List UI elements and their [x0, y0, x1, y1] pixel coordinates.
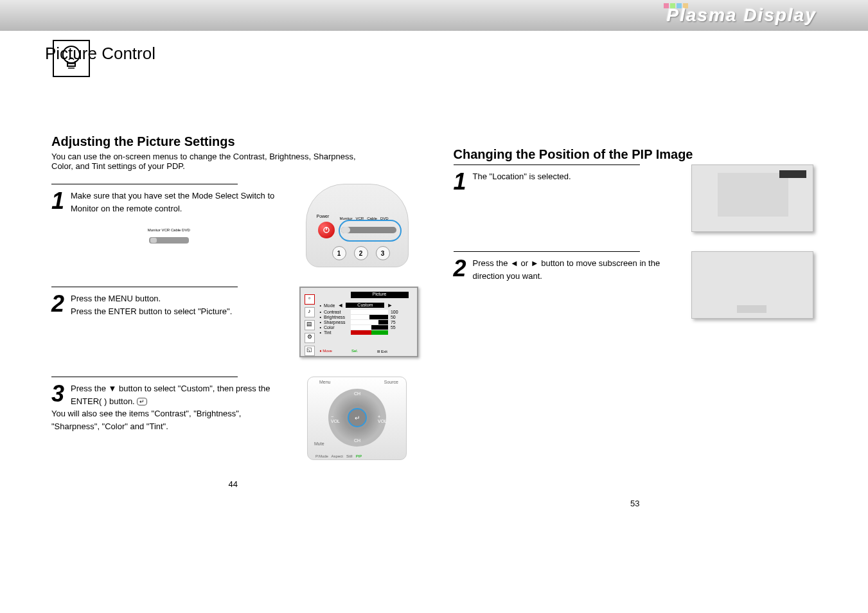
- number-buttons: 1 2 3: [332, 246, 390, 260]
- power-label: Power: [317, 214, 330, 218]
- ch-up: CH: [354, 391, 360, 396]
- osd-icon-pip: ◱: [305, 346, 315, 356]
- remote-nav-illustration: Menu Source ↵ CH CH −VOL +VOL Mute P.Mod…: [307, 377, 407, 460]
- num-2: 2: [354, 246, 368, 260]
- osd-icon-setup: ⚙: [305, 333, 315, 343]
- r-step2-body: Press the ◄ or ► button to move subscree…: [473, 258, 660, 281]
- power-button: [318, 222, 335, 238]
- step2-body-a: Press the MENU button.: [71, 294, 161, 303]
- mute-label: Mute: [314, 441, 324, 446]
- num-1: 1: [332, 246, 346, 260]
- adjusting-subtitle: You can use the on-screen menus to chang…: [51, 152, 415, 171]
- step3-body-a: Press the ▼ button to select "Custom", t…: [71, 384, 270, 406]
- osd-picture-menu: ▫ ♪ ▤ ⚙ ◱ Picture • Mode ◄ Custom ►: [299, 287, 418, 357]
- enter-button: ↵: [348, 408, 367, 427]
- tv-screen-step1: [691, 164, 813, 232]
- step1-number: 1: [51, 190, 64, 213]
- mode-slider-track: [341, 227, 396, 233]
- mini-mode-slider: [149, 237, 189, 244]
- num-3: 3: [376, 246, 390, 260]
- main-picture-area: [718, 173, 788, 217]
- step1-body: Make sure that you have set the Mode Sel…: [71, 191, 274, 213]
- lightbulb-icon: [53, 40, 90, 77]
- r-step1-body: The "Location" is selected.: [473, 172, 571, 181]
- vol-plus: +VOL: [378, 414, 387, 423]
- step2-body-b: Press the ENTER button to select "Pictur…: [71, 306, 232, 316]
- mini-slider-labels: Monitor VCR Cable DVD: [51, 227, 287, 233]
- svg-point-0: [63, 46, 80, 63]
- osd-mode-value: Custom: [346, 303, 384, 308]
- menu-label: Menu: [319, 380, 331, 384]
- page-title: Picture Control: [45, 44, 868, 64]
- step3-body-b: You will also see the items "Contrast", …: [51, 409, 241, 431]
- r-step2-text: 2 Press the ◄ or ► button to move subscr…: [454, 251, 679, 319]
- mode-slider-knob: [341, 227, 350, 233]
- source-label: Source: [384, 380, 398, 384]
- osd-mode-label: Mode: [324, 303, 335, 308]
- vol-minus: −VOL: [331, 414, 340, 423]
- step1-text: 1 Make sure that you have set the Mode S…: [51, 184, 287, 267]
- right-page-number: 53: [454, 499, 817, 508]
- step2-text: 2 Press the MENU button. Press the ENTER…: [51, 287, 287, 357]
- osd-icon-channel: ▤: [305, 320, 315, 330]
- header-bar: Plasma Display: [0, 0, 868, 31]
- adjusting-heading: Adjusting the Picture Settings: [51, 134, 415, 149]
- ch-down: CH: [354, 438, 360, 443]
- osd-title: Picture: [351, 292, 409, 298]
- tv-screen-step2: [691, 251, 813, 319]
- enter-icon: [137, 398, 147, 405]
- pip-subscreen-bottom: [737, 305, 766, 313]
- step3-text: 3 Press the ▼ button to select "Custom",…: [51, 377, 287, 460]
- brand-logo: Plasma Display: [667, 5, 817, 26]
- r-step2-number: 2: [454, 257, 466, 280]
- r-step1-number: 1: [454, 170, 466, 193]
- bottom-labels: P.Mode Aspect Still PIP: [315, 454, 362, 458]
- r-step1-text: 1 The "Location" is selected.: [454, 164, 679, 232]
- osd-icon-sound: ♪: [305, 307, 315, 317]
- remote-top-illustration: Power Monitor VCR Cable DVD: [306, 184, 409, 267]
- osd-icon-picture: ▫: [305, 294, 315, 305]
- step3-number: 3: [51, 382, 64, 405]
- left-page-number: 44: [51, 479, 415, 489]
- pip-heading: Changing the Position of the PIP Image: [454, 147, 817, 162]
- pip-subscreen-topright: [779, 170, 806, 178]
- step2-number: 2: [51, 292, 64, 315]
